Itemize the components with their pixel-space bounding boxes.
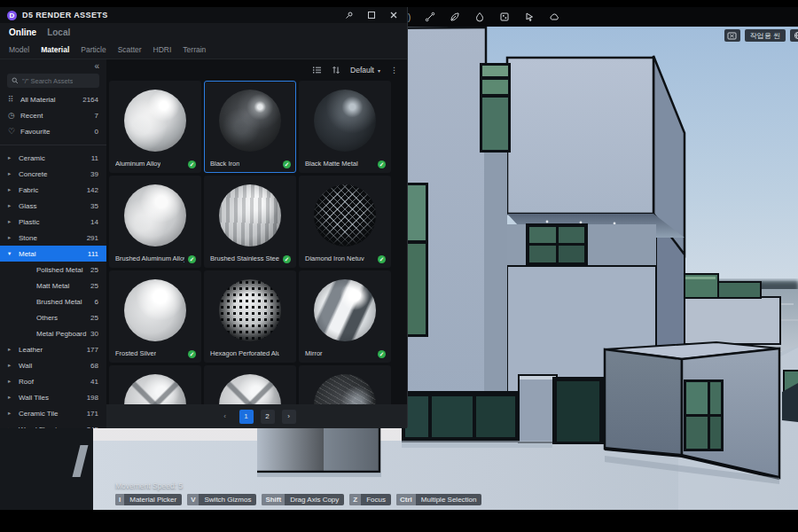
- category-item[interactable]: ▾ Metal 111: [0, 246, 106, 262]
- category-item[interactable]: ▸ Wood Flooring 245: [0, 421, 106, 428]
- sort-icon[interactable]: [332, 66, 340, 74]
- chevron-down-icon[interactable]: ▾: [378, 67, 380, 74]
- expand-arrow-icon: ▸: [8, 346, 19, 353]
- toolbar-collapse-chevron[interactable]: ): [408, 12, 411, 22]
- category-item[interactable]: ▸ Fabric 142: [0, 182, 106, 198]
- category-item[interactable]: ▸ Plastic 14: [0, 214, 106, 230]
- tab-online[interactable]: Online: [9, 27, 36, 37]
- category-item[interactable]: ▸ Roof 41: [0, 373, 106, 389]
- next-page-button[interactable]: ›: [282, 410, 296, 424]
- category-item[interactable]: Brushed Metal 6: [0, 293, 106, 309]
- letterbox-top: [0, 0, 798, 7]
- scene-badges: 작업용 씬 다: [724, 29, 798, 42]
- reflection-sliver: [73, 445, 89, 477]
- tab-terrain[interactable]: Terrain: [183, 45, 206, 54]
- texture-icon[interactable]: [499, 12, 510, 22]
- material-tile[interactable]: Brushed Stainless Steel ✓: [204, 176, 296, 268]
- category-item[interactable]: ▸ Wall Tiles 198: [0, 389, 106, 405]
- shortcut-hint: I Material Picker: [115, 494, 182, 505]
- tab-local[interactable]: Local: [47, 27, 70, 37]
- more-dots-icon[interactable]: ⋮: [390, 66, 398, 74]
- material-tile[interactable]: Black Iron ✓: [204, 81, 296, 173]
- category-count: 25: [90, 314, 98, 322]
- leaf-icon[interactable]: [450, 12, 460, 22]
- category-item[interactable]: ▸ Glass 35: [0, 198, 106, 214]
- wand-icon[interactable]: [425, 12, 435, 22]
- expand-arrow-icon: ▸: [8, 170, 19, 177]
- material-tile[interactable]: Mirror ✓: [299, 270, 391, 363]
- scene-name-badge[interactable]: 작업용 씬: [745, 29, 786, 42]
- material-sphere-preview: [314, 184, 376, 246]
- category-item[interactable]: Others 25: [0, 309, 106, 325]
- category-label: Ceramic: [19, 154, 45, 162]
- category-label: Concrete: [19, 170, 47, 178]
- shortcut-hints: I Material Picker V Switch Gizmos Shift …: [115, 494, 481, 505]
- quick-filter-item[interactable]: ♡ Favourite 0: [0, 123, 106, 139]
- material-tile[interactable]: Frosted Silver ✓: [109, 270, 201, 363]
- shortcut-key: Shift: [262, 494, 285, 505]
- material-tile[interactable]: Aluminum Alloy ✓: [109, 81, 201, 173]
- close-icon[interactable]: [389, 11, 398, 20]
- frame-icon[interactable]: [724, 29, 740, 42]
- category-sidebar: « "/" Search Assets ⠿ All Material 2164: [0, 59, 106, 428]
- expand-arrow-icon: ▸: [8, 154, 19, 161]
- movement-speed-label: Movement Speed: 5: [115, 481, 183, 490]
- category-item[interactable]: Polished Metal 25: [0, 262, 106, 278]
- flame-icon[interactable]: [474, 12, 485, 22]
- tab-scatter[interactable]: Scatter: [118, 45, 142, 54]
- tab-material[interactable]: Material: [41, 45, 69, 54]
- quick-filter-icon: ⠿: [8, 95, 20, 104]
- quick-filter-item[interactable]: ◷ Recent 7: [0, 107, 106, 123]
- category-item[interactable]: ▸ Stone 291: [0, 230, 106, 246]
- tab-model[interactable]: Model: [9, 45, 29, 54]
- downloaded-check-icon: ✓: [283, 160, 291, 168]
- quick-filter-item[interactable]: ⠿ All Material 2164: [0, 91, 106, 107]
- category-item[interactable]: ▸ Wall 68: [0, 357, 106, 373]
- panel-titlebar[interactable]: D D5 RENDER ASSETS: [0, 7, 407, 23]
- cursor-icon[interactable]: [524, 12, 535, 22]
- main-toolbar: ): [399, 7, 798, 27]
- material-tile[interactable]: Diamond Iron Netuv ✓: [299, 176, 391, 268]
- sort-order-select[interactable]: Default: [350, 66, 374, 74]
- page-button-1[interactable]: 1: [239, 410, 254, 424]
- category-item[interactable]: ▸ Ceramic Tile 171: [0, 405, 106, 421]
- tab-particle[interactable]: Particle: [81, 45, 106, 54]
- category-count: 68: [90, 362, 98, 370]
- cloud-icon[interactable]: [549, 12, 560, 22]
- quick-filter-label: Favourite: [20, 128, 50, 136]
- assets-panel: D D5 RENDER ASSETS Online Local Model Ma…: [0, 7, 408, 427]
- category-count: 11: [91, 154, 98, 162]
- list-view-icon[interactable]: [312, 66, 322, 74]
- pin-icon[interactable]: [344, 11, 354, 20]
- category-label: Plastic: [19, 218, 40, 226]
- category-item[interactable]: ▸ Leather 177: [0, 341, 106, 357]
- material-tiles: Aluminum Alloy ✓ Black Iron ✓ Black Matt: [106, 81, 407, 428]
- material-tile[interactable]: Black Matte Metal ✓: [299, 81, 391, 173]
- material-sphere-preview: [219, 184, 281, 246]
- category-item[interactable]: ▸ Concrete 39: [0, 166, 106, 182]
- shortcut-hint: Z Focus: [349, 494, 391, 505]
- shortcut-key: Ctrl: [396, 494, 416, 505]
- globe-icon[interactable]: [790, 29, 798, 42]
- category-item[interactable]: Matt Metal 25: [0, 278, 106, 293]
- material-name: Mirror: [305, 349, 323, 357]
- material-tile[interactable]: Hexagon Perforated Alum...: [204, 270, 296, 363]
- category-item[interactable]: Metal Pegboard 30: [0, 325, 106, 341]
- tab-hdri[interactable]: HDRI: [153, 45, 172, 54]
- shortcut-label: Drag Axis Copy: [285, 494, 344, 505]
- source-tabs: Online Local: [0, 23, 407, 41]
- maximize-icon[interactable]: [367, 11, 376, 20]
- search-input[interactable]: "/" Search Assets: [7, 74, 99, 88]
- prev-page-button[interactable]: ‹: [218, 410, 232, 424]
- material-tile[interactable]: Brushed Aluminum Alloy ✓: [109, 176, 201, 268]
- expand-arrow-icon: ▸: [8, 362, 19, 369]
- collapse-sidebar-icon[interactable]: «: [94, 61, 99, 71]
- letterbox-bottom: [0, 510, 798, 532]
- material-name: Brushed Aluminum Alloy: [115, 254, 184, 262]
- page-button-2[interactable]: 2: [261, 410, 275, 424]
- category-item[interactable]: ▸ Ceramic 11: [0, 150, 106, 166]
- expand-arrow-icon: ▸: [8, 394, 19, 401]
- material-sphere-preview: [124, 184, 186, 246]
- shortcut-hint: Shift Drag Axis Copy: [262, 494, 344, 505]
- downloaded-check-icon: ✓: [188, 255, 196, 263]
